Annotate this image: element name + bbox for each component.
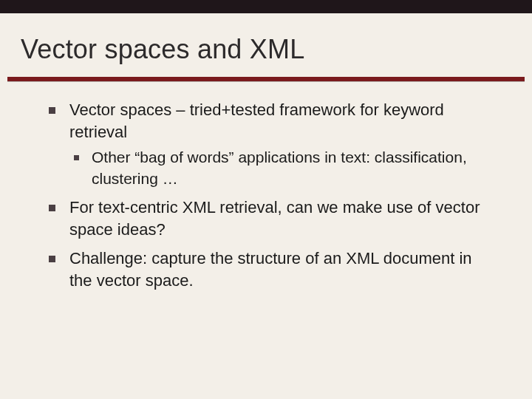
bullet-item: Challenge: capture the structure of an X… bbox=[44, 248, 488, 291]
title-wrap: Vector spaces and XML bbox=[0, 13, 532, 77]
slide-title: Vector spaces and XML bbox=[21, 34, 511, 65]
sub-bullet-text: Other “bag of words” applications in tex… bbox=[92, 149, 467, 186]
bullet-text: Vector spaces – tried+tested framework f… bbox=[69, 100, 444, 141]
bullet-list: Vector spaces – tried+tested framework f… bbox=[44, 99, 488, 292]
sub-bullet-item: Other “bag of words” applications in tex… bbox=[69, 147, 488, 189]
slide: Vector spaces and XML Vector spaces – tr… bbox=[0, 0, 532, 399]
bullet-item: Vector spaces – tried+tested framework f… bbox=[44, 99, 488, 189]
sub-bullet-list: Other “bag of words” applications in tex… bbox=[69, 147, 488, 189]
bullet-text: Challenge: capture the structure of an X… bbox=[69, 249, 472, 290]
slide-body: Vector spaces – tried+tested framework f… bbox=[0, 81, 532, 292]
bullet-text: For text-centric XML retrieval, can we m… bbox=[69, 198, 480, 239]
bullet-item: For text-centric XML retrieval, can we m… bbox=[44, 197, 488, 240]
